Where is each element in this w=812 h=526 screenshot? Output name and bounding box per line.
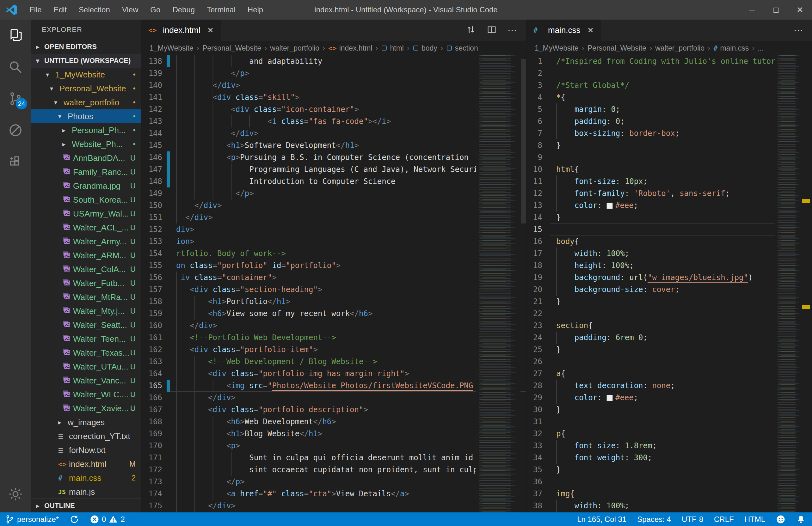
code-line-37[interactable]: 37img{: [526, 488, 812, 500]
code-line-24[interactable]: 24 padding: 6rem 0;: [526, 332, 812, 344]
breadcrumb-item-html[interactable]: html: [381, 44, 404, 53]
line-number[interactable]: 19: [526, 272, 547, 283]
line-number[interactable]: 30: [526, 404, 547, 416]
code-line-20[interactable]: 20 background-size: cover;: [526, 283, 812, 295]
sidebar-item-index-html[interactable]: <>index.htmlM: [31, 457, 141, 471]
line-number[interactable]: 22: [526, 308, 547, 320]
line-number[interactable]: 24: [526, 332, 547, 344]
code-line-169[interactable]: 169 <h1>Blog Website</h1>: [141, 428, 526, 440]
line-number[interactable]: 2: [526, 67, 547, 79]
menu-go[interactable]: Go: [144, 0, 166, 19]
sidebar-item-south-korea[interactable]: South_Korea...U: [31, 193, 141, 207]
close-tab-icon[interactable]: ✕: [588, 26, 594, 35]
code-line-16[interactable]: 16body{: [526, 235, 812, 248]
code-line-156[interactable]: 156 iv class="container">: [141, 272, 526, 283]
code-line-160[interactable]: 160 </div>: [141, 320, 526, 332]
editor-more-actions-icon[interactable]: ⋯: [794, 25, 804, 36]
menu-help[interactable]: Help: [242, 0, 269, 19]
language-mode[interactable]: HTML: [745, 515, 765, 524]
code-line-7[interactable]: 7 box-sizing: border-box;: [526, 127, 812, 140]
line-number[interactable]: 38: [526, 500, 547, 512]
open-changes-icon[interactable]: [466, 25, 476, 36]
sidebar-item-annbandda[interactable]: AnnBandDA...U: [31, 151, 141, 165]
sidebar-item-family-ranc[interactable]: Family_Ranc...U: [31, 165, 141, 179]
sidebar-folder-personal-website[interactable]: ▾Personal_Website•: [31, 82, 141, 96]
code-line-143[interactable]: 143 <i class="fas fa-code"></i>: [141, 115, 526, 127]
code-line-17[interactable]: 17 width: 100%;: [526, 248, 812, 260]
code-line-33[interactable]: 33 font-size: 1.8rem;: [526, 440, 812, 452]
line-number[interactable]: 9: [526, 151, 547, 163]
feedback-smiley-icon[interactable]: [776, 515, 785, 524]
sidebar-item-walter-cola[interactable]: Walter_ColA...U: [31, 262, 141, 276]
line-number[interactable]: 157: [141, 283, 166, 295]
line-number[interactable]: 36: [526, 476, 547, 488]
breadcrumb-item-section[interactable]: section: [446, 44, 478, 53]
editor-more-actions-icon[interactable]: ⋯: [508, 25, 518, 36]
code-line-12[interactable]: 12 font-family: 'Roboto', sans-serif;: [526, 188, 812, 200]
line-number[interactable]: 14: [526, 211, 547, 223]
line-number[interactable]: 34: [526, 452, 547, 464]
explorer-icon[interactable]: [0, 19, 31, 51]
sidebar-folder-website-ph[interactable]: ▸Website_Ph...•: [31, 137, 141, 151]
code-line-166[interactable]: 166 </div>: [141, 392, 526, 404]
code-line-34[interactable]: 34 font-weight: 300;: [526, 452, 812, 464]
code-line-25[interactable]: 25}: [526, 344, 812, 356]
line-number[interactable]: 148: [141, 175, 166, 188]
line-number[interactable]: 139: [141, 67, 166, 79]
open-editors-section[interactable]: ▸ OPEN EDITORS: [31, 40, 141, 54]
line-number[interactable]: 161: [141, 332, 166, 344]
code-editor[interactable]: 138 and adaptability139 </p>140 </div>14…: [141, 55, 526, 512]
line-number[interactable]: 5: [526, 103, 547, 115]
line-number[interactable]: 153: [141, 235, 166, 248]
code-line-13[interactable]: 13 color: #eee;: [526, 200, 812, 211]
line-number[interactable]: 172: [141, 464, 166, 476]
sync-button[interactable]: [70, 515, 79, 524]
line-number[interactable]: 146: [141, 151, 166, 163]
code-line-153[interactable]: 153ion>: [141, 235, 526, 248]
code-line-14[interactable]: 14}: [526, 211, 812, 223]
line-number[interactable]: 37: [526, 488, 547, 500]
line-number[interactable]: 10: [526, 163, 547, 175]
sidebar-item-walter-seatt[interactable]: Walter_Seatt...U: [31, 318, 141, 332]
code-line-171[interactable]: 171 Sunt in culpa qui officia deserunt m…: [141, 452, 526, 464]
line-number[interactable]: 154: [141, 248, 166, 260]
code-editor[interactable]: 1/*Inspired from Coding with Julio's onl…: [526, 55, 812, 512]
code-line-3[interactable]: 3/*Start Global*/: [526, 79, 812, 91]
code-line-159[interactable]: 159 <h6>View some of my recent work</h6>: [141, 308, 526, 320]
code-line-173[interactable]: 173 </p>: [141, 476, 526, 488]
line-number[interactable]: 32: [526, 428, 547, 440]
code-line-32[interactable]: 32p{: [526, 428, 812, 440]
sidebar-item-walter-futb[interactable]: Walter_Futb...U: [31, 276, 141, 290]
code-line-30[interactable]: 30}: [526, 404, 812, 416]
eol-setting[interactable]: CRLF: [714, 515, 734, 524]
line-number[interactable]: 35: [526, 464, 547, 476]
line-number[interactable]: 171: [141, 452, 166, 464]
line-number[interactable]: 1: [526, 55, 547, 67]
line-number[interactable]: 26: [526, 356, 547, 368]
sidebar-item-usarmy-wal[interactable]: USArmy_Wal...U: [31, 207, 141, 221]
code-line-23[interactable]: 23section{: [526, 320, 812, 332]
code-line-29[interactable]: 29 color: #eee;: [526, 392, 812, 404]
breadcrumb-item-walter-portfolio[interactable]: walter_portfolio: [270, 44, 319, 53]
line-number[interactable]: 3: [526, 79, 547, 91]
code-line-142[interactable]: 142 <div class="icon-container">: [141, 103, 526, 115]
line-number[interactable]: 147: [141, 163, 166, 175]
line-number[interactable]: 23: [526, 320, 547, 332]
code-line-11[interactable]: 11 font-size: 10px;: [526, 175, 812, 188]
notifications-bell-icon[interactable]: [796, 515, 806, 524]
tab-main-css[interactable]: #main.css✕: [526, 19, 601, 41]
menu-selection[interactable]: Selection: [73, 0, 116, 19]
source-control-icon[interactable]: 24: [0, 83, 31, 114]
search-icon[interactable]: [0, 51, 31, 83]
line-number[interactable]: 168: [141, 416, 166, 428]
code-line-27[interactable]: 27a{: [526, 368, 812, 380]
encoding-setting[interactable]: UTF-8: [682, 515, 703, 524]
scrollbar-thumb[interactable]: [521, 59, 526, 223]
tab-index-html[interactable]: <>index.html✕: [141, 19, 221, 41]
line-number[interactable]: 17: [526, 248, 547, 260]
code-line-38[interactable]: 38 width: 100%;: [526, 500, 812, 512]
line-number[interactable]: 142: [141, 103, 166, 115]
sidebar-item-grandma-jpg[interactable]: Grandma.jpgU: [31, 179, 141, 193]
code-line-172[interactable]: 172 sint occaecat cupidatat non proident…: [141, 464, 526, 476]
code-line-141[interactable]: 141 <div class="skill">: [141, 91, 526, 103]
